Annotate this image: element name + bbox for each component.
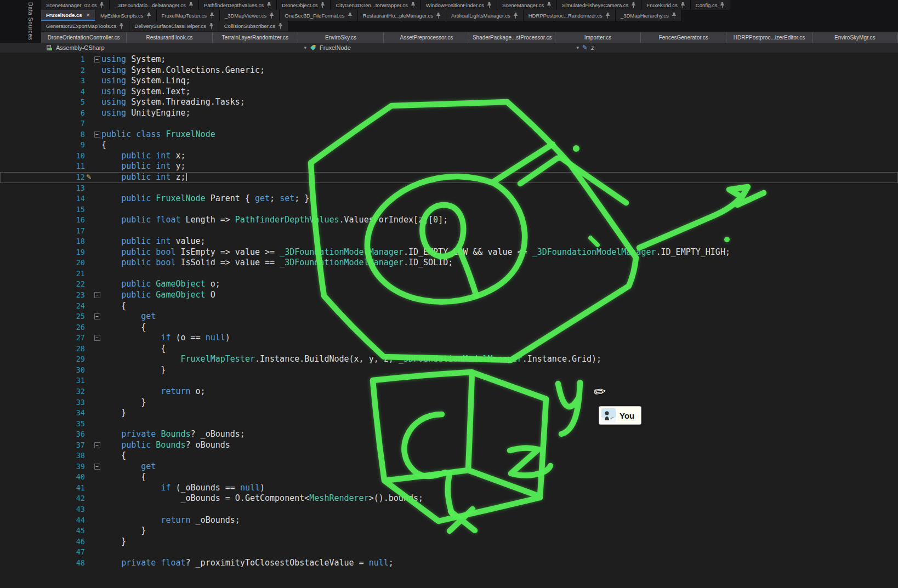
pin-icon[interactable] bbox=[720, 2, 725, 8]
pin-icon[interactable] bbox=[266, 2, 271, 8]
tab-hdrppostproc-izereditor-cs[interactable]: HDRPPostproc...izerEditor.cs bbox=[726, 32, 812, 43]
code-line-6[interactable]: 6using UnityEngine; bbox=[0, 108, 898, 119]
fold-minus-box[interactable]: − bbox=[94, 292, 100, 298]
code-line-5[interactable]: 5using System.Threading.Tasks; bbox=[0, 97, 898, 108]
code-line-16[interactable]: 16 public float Length => PathfinderDept… bbox=[0, 215, 898, 226]
fold-toggle-icon[interactable]: − bbox=[93, 129, 101, 140]
fold-minus-box[interactable]: − bbox=[94, 442, 100, 448]
pin-icon[interactable] bbox=[119, 23, 124, 29]
fold-toggle-icon[interactable]: − bbox=[93, 311, 101, 322]
code-line-3[interactable]: 3using System.Linq; bbox=[0, 76, 898, 87]
code-line-14[interactable]: 14 public FruxelNode Parent { get; set; … bbox=[0, 193, 898, 204]
code-line-32[interactable]: 32 return o; bbox=[0, 386, 898, 397]
project-dropdown[interactable]: Assembly-CSharp ▾ bbox=[46, 43, 310, 53]
tab-pathfinderdepthvalues-cs[interactable]: PathfinderDepthValues.cs bbox=[199, 0, 277, 10]
code-line-22[interactable]: 22 public GameObject o; bbox=[0, 279, 898, 290]
pin-icon[interactable] bbox=[436, 13, 441, 19]
pin-icon[interactable] bbox=[411, 2, 416, 8]
fold-minus-box[interactable]: − bbox=[94, 464, 100, 470]
code-line-41[interactable]: 41 if (_oBounds == null) bbox=[0, 483, 898, 494]
tab-config-cs[interactable]: Config.cs bbox=[691, 0, 731, 10]
fold-toggle-icon[interactable]: − bbox=[93, 461, 101, 472]
tab-simulatedfisheyecamera-cs[interactable]: SimulatedFisheyeCamera.cs bbox=[557, 0, 641, 10]
tab-droneobject-cs[interactable]: DroneObject.cs bbox=[277, 0, 331, 10]
code-line-33[interactable]: 33 } bbox=[0, 397, 898, 408]
code-line-18[interactable]: 18 public int value; bbox=[0, 236, 898, 247]
pin-icon[interactable] bbox=[513, 13, 518, 19]
fold-toggle-icon[interactable]: − bbox=[93, 290, 101, 301]
pin-icon[interactable] bbox=[547, 2, 552, 8]
code-line-47[interactable]: 47 bbox=[0, 547, 898, 558]
code-line-24[interactable]: 24 { bbox=[0, 301, 898, 312]
tab-shaderpackage-stprocessor-cs[interactable]: ShaderPackage...stProcessor.cs bbox=[469, 32, 555, 43]
tab-enviroskymgr-cs[interactable]: EnviroSkyMgr.cs bbox=[812, 32, 898, 43]
code-line-30[interactable]: 30 } bbox=[0, 365, 898, 376]
pin-icon[interactable] bbox=[487, 2, 492, 8]
code-line-42[interactable]: 42 _oBounds = O.GetComponent<MeshRendere… bbox=[0, 493, 898, 504]
tab-scenemanager-02-cs[interactable]: SceneManager_02.cs bbox=[41, 0, 110, 10]
code-line-13[interactable]: 13 bbox=[0, 183, 898, 194]
member-dropdown[interactable]: ✎ z bbox=[582, 43, 898, 53]
code-line-45[interactable]: 45 } bbox=[0, 526, 898, 536]
code-line-27[interactable]: 27− if (o == null) bbox=[0, 333, 898, 344]
tab--3dmapviewer-cs[interactable]: _3DMapViewer.cs bbox=[220, 10, 280, 21]
tab-restaurantho-plemanager-cs[interactable]: RestaurantHo...pleManager.cs bbox=[358, 10, 446, 21]
tab-scenemanager-cs[interactable]: SceneManager.cs bbox=[497, 0, 557, 10]
pin-icon[interactable] bbox=[209, 23, 214, 29]
code-line-40[interactable]: 40 { bbox=[0, 472, 898, 483]
pin-icon[interactable] bbox=[348, 13, 353, 19]
code-editor[interactable]: 1−using System;2using System.Collections… bbox=[0, 53, 898, 588]
pin-icon[interactable] bbox=[680, 2, 685, 8]
code-line-9[interactable]: 9{ bbox=[0, 140, 898, 151]
code-line-48[interactable]: 48 private float? _proximityToClosestObs… bbox=[0, 558, 898, 569]
tab-assetpreprocessor-cs[interactable]: AssetPreprocessor.cs bbox=[384, 32, 469, 43]
tab--3dfoundatio-delmanager-cs[interactable]: _3DFoundatio...delManager.cs bbox=[110, 0, 198, 10]
data-sources-side-tab[interactable]: Data Sources bbox=[27, 2, 34, 41]
code-line-28[interactable]: 28 { bbox=[0, 344, 898, 355]
code-line-2[interactable]: 2using System.Collections.Generic; bbox=[0, 65, 898, 76]
code-line-31[interactable]: 31 bbox=[0, 375, 898, 386]
tab-onesec3d-fileformat-cs[interactable]: OneSec3D_FileFormat.cs bbox=[280, 10, 357, 21]
code-line-35[interactable]: 35 bbox=[0, 419, 898, 430]
pin-icon[interactable] bbox=[672, 13, 677, 19]
fold-minus-box[interactable]: − bbox=[94, 132, 100, 138]
fold-minus-box[interactable]: − bbox=[94, 335, 100, 341]
code-line-39[interactable]: 39− get bbox=[0, 461, 898, 472]
code-line-1[interactable]: 1−using System; bbox=[0, 54, 898, 65]
code-line-12[interactable]: 12✎ public int z; bbox=[0, 172, 898, 183]
code-line-20[interactable]: 20 public bool IsSolid => value == _3DFo… bbox=[0, 258, 898, 269]
pin-icon[interactable] bbox=[631, 2, 636, 8]
close-icon[interactable]: × bbox=[86, 12, 89, 18]
pin-icon[interactable] bbox=[146, 13, 151, 19]
code-line-38[interactable]: 38 { bbox=[0, 450, 898, 461]
code-line-37[interactable]: 37− public Bounds? oBounds bbox=[0, 440, 898, 451]
code-line-4[interactable]: 4using System.Text; bbox=[0, 87, 898, 98]
fold-toggle-icon[interactable]: − bbox=[93, 440, 101, 451]
tab-deliverysurfaceclasshelper-cs[interactable]: DeliverySurfaceClassHelper.cs bbox=[129, 21, 219, 31]
tab--3dmaphierarchy-cs[interactable]: _3DMapHierarchy.cs bbox=[616, 10, 682, 21]
pin-icon[interactable] bbox=[209, 13, 214, 19]
tab-restauranthook-cs[interactable]: RestaurantHook.cs bbox=[127, 32, 212, 43]
pin-icon[interactable] bbox=[605, 13, 610, 19]
pin-icon[interactable] bbox=[278, 23, 283, 29]
code-line-36[interactable]: 36 private Bounds? _oBounds; bbox=[0, 429, 898, 440]
fold-minus-box[interactable]: − bbox=[94, 313, 100, 319]
tab-hdrppostproc-randomizer-cs[interactable]: HDRPPostproc...Randomizer.cs bbox=[524, 10, 616, 21]
code-line-11[interactable]: 11 public int y; bbox=[0, 161, 898, 172]
code-line-19[interactable]: 19 public bool IsEmpty => value >= _3DFo… bbox=[0, 247, 898, 258]
code-line-46[interactable]: 46 } bbox=[0, 536, 898, 547]
code-line-7[interactable]: 7 bbox=[0, 118, 898, 129]
tab-citygen3dgen-torwrapper-cs[interactable]: CityGen3DGen...torWrapper.cs bbox=[331, 0, 420, 10]
pin-icon[interactable] bbox=[99, 2, 104, 8]
code-line-21[interactable]: 21 bbox=[0, 269, 898, 279]
code-line-8[interactable]: 8−public class FruxelNode bbox=[0, 129, 898, 140]
tab-envirosky-cs[interactable]: EnviroSky.cs bbox=[298, 32, 384, 43]
tab-terrainlayerrandomizer-cs[interactable]: TerrainLayerRandomizer.cs bbox=[213, 32, 298, 43]
code-line-17[interactable]: 17 bbox=[0, 226, 898, 237]
pin-icon[interactable] bbox=[189, 2, 194, 8]
tab-myeditorscripts-cs[interactable]: MyEditorScripts.cs bbox=[95, 10, 157, 21]
tab-generator2exportmaptools-cs[interactable]: Generator2ExportMapTools.cs bbox=[41, 21, 129, 31]
type-dropdown[interactable]: FruxelNode ▾ bbox=[310, 43, 582, 53]
fold-toggle-icon[interactable]: − bbox=[93, 54, 101, 65]
pin-icon[interactable] bbox=[320, 2, 325, 8]
